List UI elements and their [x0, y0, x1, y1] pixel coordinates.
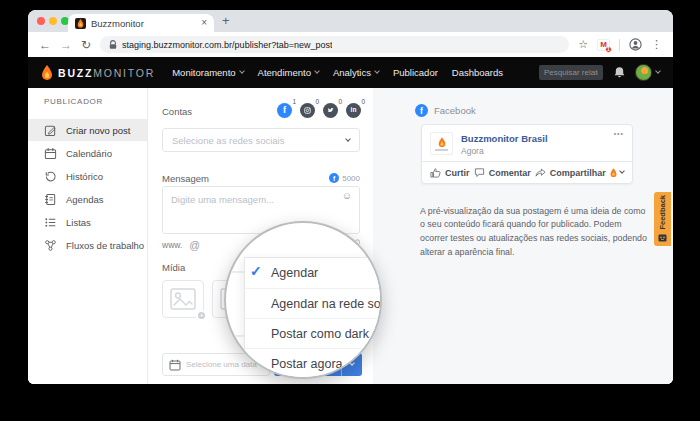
agenda-icon: [44, 193, 57, 206]
menu-item-postar-como-dark-post[interactable]: Postar como dark post: [245, 318, 382, 348]
post-more-options[interactable]: •••: [614, 130, 624, 137]
networks-select[interactable]: Selecione as redes sociais: [162, 128, 360, 152]
instagram-icon: [303, 106, 312, 115]
sidebar-item-criar-novo-post[interactable]: Criar novo post: [28, 119, 147, 141]
account-selector-row: f 1 0 0: [277, 103, 361, 118]
user-menu[interactable]: [635, 64, 660, 81]
chevron-down-icon: [314, 68, 320, 74]
post-timestamp: Agora: [461, 146, 484, 156]
mensagem-label: Mensagem: [162, 173, 209, 184]
history-icon: [44, 170, 57, 183]
linkedin-account-toggle[interactable]: in 0: [346, 103, 361, 118]
like-button[interactable]: Curtir: [430, 167, 470, 178]
chevron-down-icon: [239, 68, 245, 74]
minimize-window-button[interactable]: [49, 17, 57, 25]
preview-disclaimer: A pré-visualização da sua postagem é uma…: [420, 205, 650, 260]
check-icon: ✓: [250, 264, 262, 278]
zoom-lens: ✓ Agendar Agendar na rede social Postar …: [224, 221, 382, 379]
nav-item-analytics[interactable]: Analytics: [333, 67, 379, 78]
comment-button[interactable]: Comentar: [474, 167, 531, 178]
tab-close-icon[interactable]: ×: [201, 18, 207, 28]
publisher-sidebar: PUBLICADOR Criar novo post Calendário: [28, 88, 148, 384]
address-bar[interactable]: staging.buzzmonitor.com.br/publisher?tab…: [100, 36, 569, 53]
compose-icon: [44, 124, 57, 137]
facebook-icon: f: [283, 106, 286, 115]
facebook-icon: f: [415, 104, 428, 117]
page-name-link[interactable]: Buzzmonitor Brasil: [461, 133, 548, 144]
character-counter: f 5000: [329, 173, 360, 183]
facebook-account-toggle[interactable]: f 1: [277, 103, 292, 118]
facebook-account-count: 1: [292, 98, 296, 105]
sidebar-item-calendario[interactable]: Calendário: [28, 142, 147, 164]
buzzmonitor-brand[interactable]: BUZZMONITOR: [41, 65, 155, 81]
chevron-down-icon: [619, 168, 625, 174]
gmail-extension-icon[interactable]: M 1: [597, 39, 610, 51]
browser-menu-kebab-icon[interactable]: ⋮: [651, 38, 662, 51]
calendar-icon: [44, 147, 57, 160]
facebook-icon: f: [329, 173, 339, 183]
nav-item-dashboards[interactable]: Dashboards: [452, 67, 503, 78]
url-text: staging.buzzmonitor.com.br/publisher?tab…: [122, 40, 332, 50]
browser-tab[interactable]: Buzzmonitor ×: [68, 14, 214, 32]
notifications-bell-icon[interactable]: [613, 66, 626, 79]
feedback-tab[interactable]: Feedback: [654, 192, 671, 246]
facebook-preview-card: Buzzmonitor Brasil Agora ••• Curtir Come…: [421, 124, 633, 184]
chevron-down-icon: [374, 68, 380, 74]
instagram-account-toggle[interactable]: 0: [300, 103, 315, 118]
browser-window: Buzzmonitor × + ← → ↻ staging.buzzmonito…: [28, 10, 673, 384]
browser-tab-strip: Buzzmonitor × +: [28, 10, 673, 32]
emoji-smiley-icon[interactable]: ☺: [342, 190, 352, 201]
reload-icon[interactable]: ↻: [81, 39, 91, 51]
menu-item-agendar[interactable]: ✓ Agendar: [245, 258, 382, 288]
close-window-button[interactable]: [37, 17, 45, 25]
link-shortener-button[interactable]: www.: [162, 240, 182, 250]
post-preview-panel: f Facebook Buzzmonitor Brasil Agora •••: [373, 88, 673, 384]
chevron-down-icon: [655, 68, 661, 74]
publish-source-menu[interactable]: [610, 168, 624, 178]
date-placeholder: Selecione uma data: [186, 360, 257, 369]
bookmark-star-icon[interactable]: ☆: [578, 38, 588, 51]
calendar-icon: [169, 359, 181, 371]
nav-item-monitoramento[interactable]: Monitoramento: [172, 67, 243, 78]
sidebar-item-fluxos-de-trabalho[interactable]: Fluxos de trabalho: [28, 234, 147, 256]
forward-icon[interactable]: →: [60, 39, 72, 51]
linkedin-account-count: 0: [361, 98, 365, 105]
mention-at-icon[interactable]: @: [189, 240, 200, 251]
extension-badge: 1: [605, 46, 612, 53]
midia-label: Mídia: [162, 262, 185, 273]
media-upload-image[interactable]: +: [162, 280, 204, 318]
share-button[interactable]: Compartilhar: [535, 167, 606, 178]
workflow-icon: [44, 239, 57, 252]
image-placeholder-icon: [170, 288, 196, 310]
brand-bold: BUZZ: [58, 67, 93, 79]
twitter-account-toggle[interactable]: 0: [323, 103, 338, 118]
search-input[interactable]: [539, 65, 603, 80]
twitter-icon: [326, 106, 335, 115]
menu-item-agendar-na-rede-social[interactable]: Agendar na rede social: [245, 288, 382, 318]
browser-toolbar: ← → ↻ staging.buzzmonitor.com.br/publish…: [28, 32, 673, 57]
feedback-chat-icon: [658, 234, 667, 243]
sidebar-item-agendas[interactable]: Agendas: [28, 188, 147, 210]
networks-select-placeholder: Selecione as redes sociais: [172, 135, 284, 146]
user-avatar: [635, 64, 652, 81]
sidebar-section-title: PUBLICADOR: [44, 97, 103, 106]
add-image-plus-icon: +: [196, 310, 207, 321]
app-navbar: BUZZMONITOR Monitoramento Atendimento An…: [28, 57, 673, 88]
twitter-account-count: 0: [338, 98, 342, 105]
lock-icon: [109, 40, 117, 50]
list-icon: [44, 216, 57, 229]
sidebar-item-historico[interactable]: Histórico: [28, 165, 147, 187]
tab-title: Buzzmonitor: [91, 18, 201, 29]
new-tab-button[interactable]: +: [222, 13, 230, 28]
buzzmonitor-logo-icon: [41, 65, 53, 81]
buzzmonitor-favicon-icon: [75, 18, 86, 29]
profile-icon[interactable]: [629, 38, 642, 51]
back-icon[interactable]: ←: [39, 39, 51, 51]
avatar-caption-bar: [435, 149, 448, 151]
nav-item-atendimento[interactable]: Atendimento: [258, 67, 319, 78]
sidebar-item-listas[interactable]: Listas: [28, 211, 147, 233]
desktop-background: Buzzmonitor × + ← → ↻ staging.buzzmonito…: [0, 0, 700, 421]
preview-network-label: Facebook: [434, 105, 476, 116]
nav-item-publicador[interactable]: Publicador: [393, 67, 438, 78]
linkedin-icon: in: [351, 107, 357, 114]
